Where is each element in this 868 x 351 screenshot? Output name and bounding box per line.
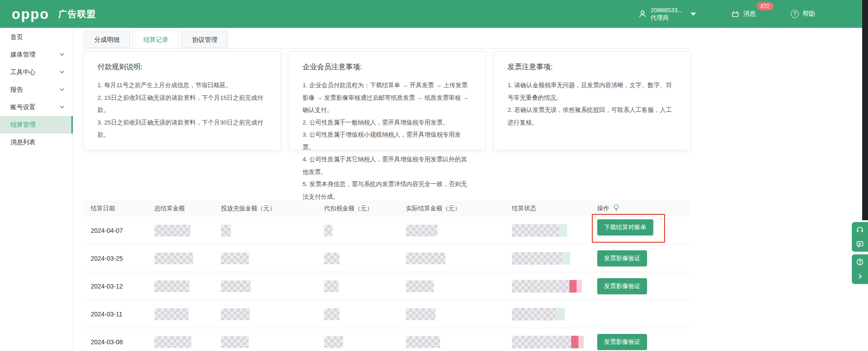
- mosaic-blur: [512, 336, 571, 348]
- card-title: 企业会员注意事项:: [303, 62, 472, 72]
- invoice-image-verify-button[interactable]: 发票影像验证: [597, 250, 647, 267]
- tab-1[interactable]: 结算记录: [132, 31, 179, 48]
- column-header-label: 操作: [597, 204, 609, 213]
- sidebar-item-0[interactable]: 首页: [0, 28, 73, 46]
- invoice-image-verify-button[interactable]: 发票影像验证: [597, 334, 647, 350]
- user-icon: [638, 9, 647, 18]
- card-line: 2. 若确认发票无误，依然被系统驳回，可联系人工客服，人工进行复核。: [507, 104, 677, 129]
- chevron-down-icon: [59, 104, 65, 111]
- messages-label: 消息: [743, 10, 756, 18]
- invoice-image-verify-button[interactable]: 发票影像验证: [597, 278, 647, 294]
- app-root: oppo 广告联盟 20868533... 代理商: [0, 0, 868, 351]
- help-circle-icon[interactable]: [855, 257, 865, 267]
- settlement-status: [505, 308, 590, 320]
- page-scrollbar[interactable]: [862, 0, 868, 220]
- status-green-tint: [557, 308, 565, 320]
- mosaic-blur: [154, 336, 191, 348]
- sidebar-item-label: 消息列表: [10, 138, 35, 147]
- table-row: 2024-03-12发票影像验证: [84, 272, 691, 300]
- mosaic-blur: [221, 336, 249, 348]
- tab-0[interactable]: 分成明细: [84, 31, 130, 48]
- chevron-down-icon: [59, 51, 65, 58]
- settlement-status: [505, 252, 590, 265]
- card-title: 发票注意事项:: [507, 62, 677, 72]
- chevron-down-icon: [59, 86, 65, 93]
- sidebar-item-4[interactable]: 账号设置: [0, 98, 73, 116]
- sidebar-item-5[interactable]: 结算管理: [0, 116, 73, 133]
- mosaic-blur: [406, 336, 440, 348]
- settlement-date: 2024-03-25: [84, 255, 147, 262]
- notice-card-2: 发票注意事项:1. 请确认金额税率无问题，且发票内容清晰，文字、数字、符号等无重…: [493, 51, 691, 150]
- mosaic-blur: [512, 280, 569, 293]
- redacted-total-amount: [147, 308, 214, 320]
- mosaic-blur: [324, 253, 339, 264]
- mosaic-blur: [406, 225, 437, 236]
- redacted-recharge-amount: [214, 253, 317, 264]
- status-red-tint: [571, 336, 578, 348]
- sidebar-item-2[interactable]: 工具中心: [0, 63, 73, 81]
- column-header-4: 实际结算金额（元）: [399, 204, 505, 213]
- header-actions: 20868533... 代理商 消息 872 ? 帮助: [638, 6, 815, 22]
- redacted-actual-amount: [399, 225, 505, 236]
- mosaic-blur: [324, 280, 339, 292]
- redacted-tax-amount: [317, 280, 399, 292]
- download-statement-button[interactable]: 下载结算对账单: [597, 219, 653, 235]
- notice-card-0: 付款规则说明:1. 每月11号之前产生上月分成信息，节假日顺延。2. 15日之前…: [84, 51, 281, 150]
- mosaic-blur: [324, 336, 343, 348]
- mosaic-blur: [221, 225, 231, 236]
- mosaic-blur: [512, 308, 557, 320]
- announcement-icon: [731, 10, 740, 18]
- oppo-logo[interactable]: oppo: [12, 7, 49, 21]
- redacted-tax-amount: [317, 336, 399, 348]
- headset-icon[interactable]: [855, 224, 865, 235]
- card-line: 1. 每月11号之前产生上月分成信息，节假日顺延。: [97, 79, 267, 92]
- redacted-recharge-amount: [214, 225, 317, 236]
- help-icon: ?: [791, 10, 799, 18]
- column-header-label: 总结算金额: [154, 204, 185, 213]
- hint-lightbulb-icon[interactable]: [613, 204, 620, 213]
- row-actions: 下载结算对账单: [590, 218, 691, 243]
- top-header: oppo 广告联盟 20868533... 代理商: [0, 0, 868, 28]
- help-button[interactable]: ? 帮助: [791, 10, 815, 18]
- card-line: 4. 公司性质属于其它纳税人，需开具增值税专用发票以外的其他发票。: [303, 153, 472, 178]
- sidebar-nav: 首页媒体管理工具中心报告账号设置结算管理消息列表: [0, 28, 73, 351]
- redacted-actual-amount: [399, 308, 505, 320]
- mosaic-blur: [512, 252, 562, 265]
- sidebar-item-label: 报告: [10, 86, 23, 94]
- sidebar-item-label: 账号设置: [10, 103, 35, 111]
- card-line: 5. 发票本身信息，需与系统内发票详情内容完全一致，否则无法支付分成。: [303, 178, 472, 203]
- card-line: 1. 请确认金额税率无问题，且发票内容清晰，文字、数字、符号等无重叠的情况。: [507, 79, 677, 104]
- column-header-6: 操作: [590, 204, 691, 213]
- sidebar-item-1[interactable]: 媒体管理: [0, 46, 73, 63]
- chevron-down-icon: [691, 13, 696, 16]
- sidebar-item-3[interactable]: 报告: [0, 81, 73, 98]
- tab-2[interactable]: 协议管理: [181, 31, 228, 48]
- mosaic-blur: [221, 280, 251, 292]
- help-label: 帮助: [802, 10, 815, 18]
- redacted-total-amount: [147, 336, 214, 348]
- account-role: 代理商: [651, 14, 683, 22]
- floating-toolbar-group-bottom: [852, 254, 868, 284]
- mosaic-blur: [154, 308, 189, 320]
- status-red-tint: [569, 280, 577, 293]
- sidebar-item-6[interactable]: 消息列表: [0, 133, 73, 151]
- redacted-recharge-amount: [214, 308, 317, 320]
- messages-button[interactable]: 消息 872: [731, 10, 756, 18]
- chevron-down-icon: [59, 69, 65, 76]
- floating-toolbar-group-top: [852, 222, 868, 252]
- feedback-chat-icon[interactable]: [855, 239, 865, 249]
- settlement-date: 2024-04-07: [84, 227, 147, 234]
- card-line: 3. 公司性质属于增值税小规模纳税人，需开具增值税专用发票。: [303, 129, 472, 153]
- settlement-status: [505, 336, 590, 348]
- table-row: 2024-04-07下载结算对账单: [84, 217, 691, 244]
- redacted-tax-amount: [317, 225, 399, 236]
- sidebar-item-label: 工具中心: [10, 68, 35, 76]
- mosaic-blur: [221, 253, 249, 264]
- mosaic-blur: [154, 225, 190, 236]
- card-line: 2. 公司性质属于一般纳税人，需开具增值税专用发票。: [303, 116, 472, 129]
- status-green-tint: [559, 224, 567, 237]
- mosaic-blur: [406, 253, 445, 264]
- column-header-0: 结算日期: [84, 204, 147, 213]
- collapse-chevron-icon[interactable]: [855, 271, 865, 282]
- account-menu[interactable]: 20868533... 代理商: [638, 6, 696, 22]
